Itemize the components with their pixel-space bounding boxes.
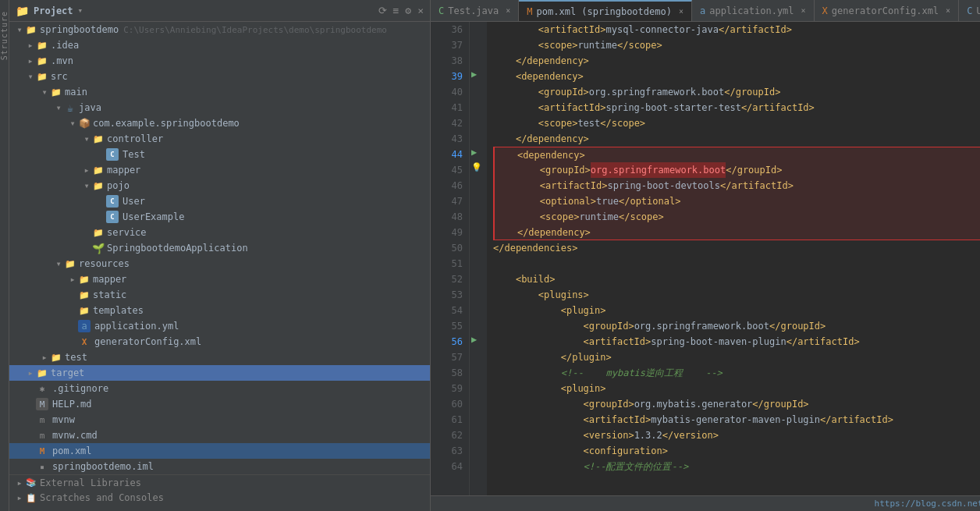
label-ext-lib: External Libraries — [40, 477, 141, 488]
bookmark-icon-45[interactable]: 💡 — [471, 162, 482, 172]
label-service: service — [107, 227, 147, 238]
label-scratches: Scratches and Consoles — [40, 492, 164, 503]
arrow-springbootdemo — [14, 24, 25, 35]
tab-icon-test: C — [439, 5, 444, 16]
java-icon-user: C — [106, 195, 119, 208]
folder-icon-templates: 📁 — [78, 304, 91, 317]
xml-icon-gen: X — [78, 335, 91, 348]
label-controller: controller — [107, 133, 163, 144]
tab-test-java[interactable]: C Test.java × — [431, 0, 519, 21]
project-panel: 📁 Project ▾ ⟳ ≡ ⚙ × 📁 springbootdemo C:\… — [9, 0, 431, 511]
label-app-yml: application.yml — [94, 321, 179, 332]
tab-label-yml: application.yml — [709, 5, 794, 16]
tree-item-spring-app[interactable]: 🌱 SpringbootdemoApplication — [9, 240, 430, 256]
code-line-58: <!-- mybatis逆向工程 --> — [493, 365, 980, 381]
collapse-icon[interactable]: ≡ — [393, 5, 399, 16]
mvnw-icon: m — [36, 413, 48, 426]
editor-content: 36 37 38 39 40 41 42 43 44 45 46 47 48 4… — [431, 22, 980, 495]
tab-close-yml[interactable]: × — [801, 6, 806, 15]
tree-item-user[interactable]: C User — [9, 193, 430, 209]
label-pom-xml: pom.xml — [52, 445, 92, 456]
tree-item-test-java[interactable]: C Test — [9, 147, 430, 162]
iml-icon: ▪ — [36, 460, 48, 473]
tab-close-test[interactable]: × — [506, 6, 510, 15]
arrow-target — [25, 367, 36, 378]
label-java: java — [79, 102, 101, 113]
tree-item-mvnw[interactable]: m mvnw — [9, 412, 430, 428]
folder-icon-idea: 📁 — [36, 39, 48, 51]
tree-item-mapper-res[interactable]: 📁 mapper — [9, 271, 430, 287]
tree-item-package[interactable]: 📦 com.example.springbootdemo — [9, 115, 430, 131]
code-line-40: <groupId>org.springframework.boot</group… — [493, 84, 980, 100]
tab-user-java[interactable]: C User.java × — [959, 0, 980, 21]
label-test-folder: test — [65, 352, 87, 363]
tree-item-application-yml[interactable]: a application.yml — [9, 318, 430, 334]
run-icon-56[interactable]: ▶ — [471, 334, 477, 345]
tab-close-gen[interactable]: × — [946, 6, 950, 15]
tree-item-src[interactable]: 📁 src — [9, 69, 430, 84]
tree-item-main[interactable]: 📁 main — [9, 84, 430, 100]
tree-item-mapper[interactable]: 📁 mapper — [9, 162, 430, 178]
tree-item-iml[interactable]: ▪ springbootdemo.iml — [9, 459, 430, 474]
folder-icon-test: 📁 — [50, 351, 62, 364]
tree-item-test-folder[interactable]: 📁 test — [9, 350, 430, 365]
tab-generatorconfig[interactable]: X generatorConfig.xml × — [815, 0, 960, 21]
label-test: Test — [123, 149, 145, 160]
tab-icon-yml: a — [700, 5, 705, 16]
code-line-41: <artifactId>spring-boot-starter-test</ar… — [493, 100, 980, 115]
sync-icon[interactable]: ⟳ — [378, 5, 387, 16]
tree-item-static[interactable]: 📁 static — [9, 287, 430, 303]
tree-item-pom-xml[interactable]: M pom.xml — [9, 443, 430, 459]
tree-item-pojo[interactable]: 📁 pojo — [9, 178, 430, 193]
folder-icon-java: ☕ — [64, 101, 76, 114]
tree-item-gitignore[interactable]: ✱ .gitignore — [9, 381, 430, 396]
tree-item-idea[interactable]: 📁 .idea — [9, 37, 430, 53]
code-line-53: <plugins> — [493, 287, 980, 303]
panel-icons: ⟳ ≡ ⚙ × — [378, 5, 424, 16]
tree-item-userexample[interactable]: C UserExample — [9, 209, 430, 225]
tree-item-target[interactable]: 📁 target — [9, 365, 430, 381]
bottom-bar: https://blog.csdn.net/Annie_bing — [431, 495, 980, 511]
dropdown-arrow[interactable]: ▾ — [78, 5, 83, 16]
code-line-46: <artifactId>spring-boot-devtools</artifa… — [493, 178, 980, 193]
tree-item-service[interactable]: 📁 service — [9, 225, 430, 240]
tab-label-test: Test.java — [448, 5, 499, 16]
tree-item-controller[interactable]: 📁 controller — [9, 131, 430, 147]
folder-icon-mvn: 📁 — [36, 55, 48, 67]
code-line-37: <scope>runtime</scope> — [493, 37, 980, 53]
code-line-48: <scope>runtime</scope> — [493, 209, 980, 225]
settings-icon[interactable]: ⚙ — [405, 5, 411, 16]
tree-item-mvn[interactable]: 📁 .mvn — [9, 53, 430, 69]
tab-application-yml[interactable]: a application.yml × — [692, 0, 815, 21]
label-user: User — [123, 196, 145, 207]
folder-icon-controller: 📁 — [92, 133, 105, 145]
arrow-mapper — [81, 165, 92, 176]
folder-icon-mapper: 📁 — [92, 164, 105, 176]
tree-item-scratches[interactable]: 📋 Scratches and Consoles — [9, 490, 430, 506]
code-editor[interactable]: <artifactId>mysql-connector-java</artifa… — [487, 22, 980, 495]
label-spring-app: SpringbootdemoApplication — [107, 243, 248, 254]
tree-item-generatorconfig[interactable]: X generatorConfig.xml — [9, 334, 430, 350]
label-iml: springbootdemo.iml — [52, 461, 154, 472]
code-line-54: <plugin> — [493, 303, 980, 318]
csdn-link[interactable]: https://blog.csdn.net/Annie_bing — [875, 499, 980, 509]
tree-item-ext-lib[interactable]: 📚 External Libraries — [9, 474, 430, 490]
tree-item-springbootdemo[interactable]: 📁 springbootdemo C:\Users\Anniebing\Idea… — [9, 22, 430, 37]
tab-pom-xml[interactable]: M pom.xml (springbootdemo) × — [519, 0, 692, 21]
tree-item-mvnw-cmd[interactable]: m mvnw.cmd — [9, 428, 430, 443]
folder-icon-target: 📁 — [36, 367, 48, 379]
code-line-61: <artifactId>mybatis-generator-maven-plug… — [493, 412, 980, 428]
close-panel-icon[interactable]: × — [417, 5, 424, 16]
tab-close-pom[interactable]: × — [679, 7, 684, 16]
label-target: target — [51, 367, 84, 378]
structure-label[interactable]: Structure — [0, 11, 9, 60]
label-templates: templates — [93, 305, 144, 316]
run-icon-44[interactable]: ▶ — [471, 147, 477, 158]
code-line-49: </dependency> — [493, 225, 980, 240]
tree-item-resources[interactable]: 📁 resources — [9, 256, 430, 271]
tree-item-templates[interactable]: 📁 templates — [9, 303, 430, 318]
arrow-main — [39, 87, 50, 98]
tree-item-java[interactable]: ☕ java — [9, 100, 430, 115]
run-icon-39[interactable]: ▶ — [471, 69, 477, 80]
tree-item-help-md[interactable]: M HELP.md — [9, 396, 430, 412]
